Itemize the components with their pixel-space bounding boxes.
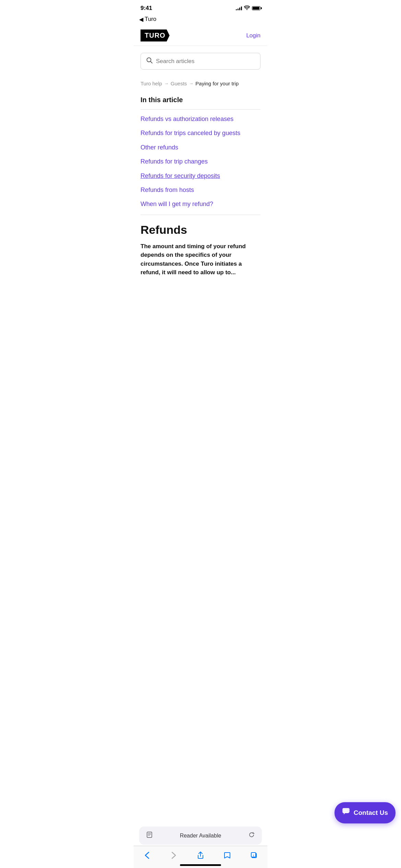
login-button[interactable]: Login xyxy=(246,32,260,39)
breadcrumb-arrow-1: → xyxy=(164,81,169,86)
toc-list: Refunds vs authorization releases Refund… xyxy=(141,115,260,208)
toc-link-2[interactable]: Refunds for trips canceled by guests xyxy=(141,130,240,136)
wifi-icon xyxy=(244,5,250,11)
article-section: Refunds The amount and timing of your re… xyxy=(134,223,267,277)
toc-link-4[interactable]: Refunds for trip changes xyxy=(141,158,208,165)
search-box[interactable] xyxy=(141,53,260,70)
toc-heading: In this article xyxy=(141,93,260,104)
list-item: Refunds for trip changes xyxy=(141,158,260,166)
turo-logo[interactable]: TURO xyxy=(141,29,170,41)
toc-link-1[interactable]: Refunds vs authorization releases xyxy=(141,116,233,122)
toc-link-3[interactable]: Other refunds xyxy=(141,144,178,151)
status-time: 9:41 xyxy=(141,5,152,12)
breadcrumb-current: Paying for your trip xyxy=(195,81,239,86)
toc-bottom-divider xyxy=(141,215,260,215)
list-item: Refunds for security deposits xyxy=(141,172,260,180)
table-of-contents: In this article Refunds vs authorization… xyxy=(134,93,267,215)
list-item: Refunds from hosts xyxy=(141,186,260,194)
toc-link-6[interactable]: Refunds from hosts xyxy=(141,186,194,193)
article-title: Refunds xyxy=(141,223,260,237)
back-label: Turo xyxy=(145,16,156,23)
toc-link-security-deposits[interactable]: Refunds for security deposits xyxy=(141,172,220,179)
back-navigation[interactable]: ◀ Turo xyxy=(134,14,267,25)
back-arrow-icon: ◀ xyxy=(139,16,143,23)
battery-icon xyxy=(252,6,260,10)
breadcrumb: Turo help → Guests → Paying for your tri… xyxy=(134,76,267,93)
page-bottom-padding xyxy=(134,277,267,346)
breadcrumb-guests[interactable]: Guests xyxy=(171,81,187,86)
breadcrumb-arrow-2: → xyxy=(189,81,193,86)
breadcrumb-turo-help[interactable]: Turo help xyxy=(141,81,162,86)
toc-top-divider xyxy=(141,109,260,110)
svg-line-1 xyxy=(150,61,152,63)
list-item: Refunds for trips canceled by guests xyxy=(141,129,260,137)
header: TURO Login xyxy=(134,25,267,46)
list-item: When will I get my refund? xyxy=(141,200,260,208)
article-body: The amount and timing of your refund dep… xyxy=(141,242,260,277)
status-icons xyxy=(236,5,260,11)
status-bar: 9:41 xyxy=(134,0,267,14)
list-item: Refunds vs authorization releases xyxy=(141,115,260,123)
signal-bars-icon xyxy=(236,6,242,10)
search-input[interactable] xyxy=(156,58,255,65)
list-item: Other refunds xyxy=(141,144,260,152)
search-container xyxy=(134,46,267,76)
toc-link-7[interactable]: When will I get my refund? xyxy=(141,201,213,207)
search-icon xyxy=(146,57,153,65)
